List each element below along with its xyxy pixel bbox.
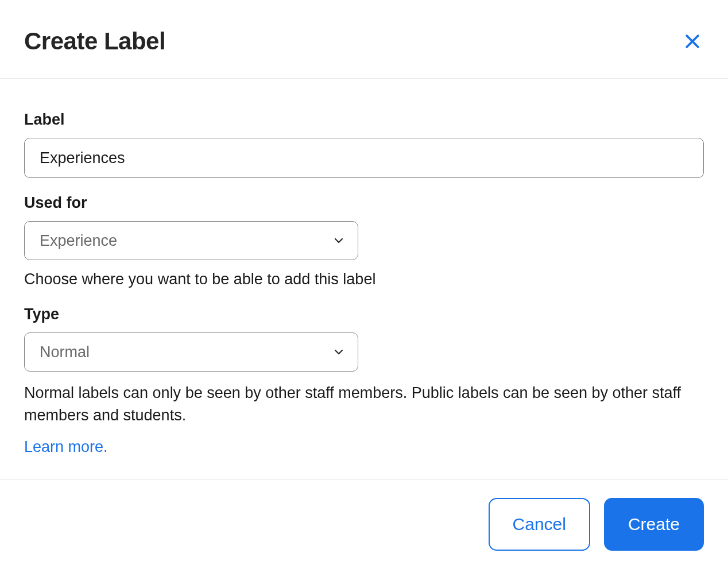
type-selected-value: Normal (40, 343, 90, 361)
modal-header: Create Label (0, 0, 728, 79)
cancel-button[interactable]: Cancel (489, 498, 590, 551)
create-button[interactable]: Create (604, 498, 704, 551)
used-for-select[interactable]: Experience (24, 221, 358, 260)
modal-title: Create Label (24, 28, 165, 55)
type-select[interactable]: Normal (24, 332, 358, 372)
label-field-group: Label (24, 111, 704, 194)
used-for-label: Used for (24, 194, 704, 212)
modal-body: Label Used for Experience Choose where y… (0, 79, 728, 479)
used-for-help-text: Choose where you want to be able to add … (24, 268, 704, 291)
learn-more-link[interactable]: Learn more. (24, 438, 108, 455)
label-input[interactable] (24, 138, 704, 178)
used-for-select-wrap: Experience (24, 221, 358, 260)
label-field-label: Label (24, 111, 704, 129)
close-icon (683, 32, 702, 51)
modal-footer: Cancel Create (0, 479, 728, 569)
create-label-modal: Create Label Label Used for Experience (0, 0, 728, 569)
used-for-field-group: Used for Experience Choose where you wan… (24, 194, 704, 302)
type-help-text: Normal labels can only be seen by other … (24, 382, 704, 427)
used-for-selected-value: Experience (40, 232, 117, 250)
type-label: Type (24, 306, 704, 323)
close-button[interactable] (681, 30, 704, 53)
type-select-wrap: Normal (24, 332, 358, 372)
type-field-group: Type Normal Normal labels can only be se… (24, 306, 704, 456)
